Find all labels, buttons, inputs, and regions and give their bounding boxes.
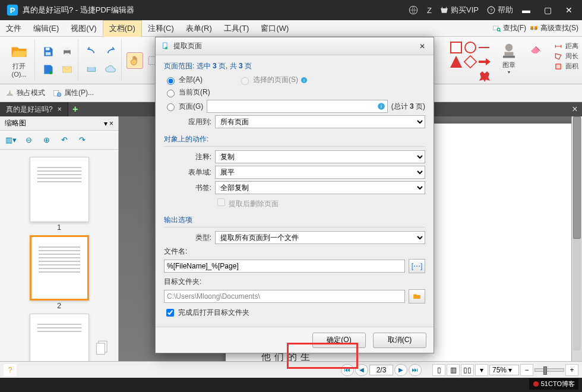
zoom-out-button[interactable]: − (520, 364, 533, 376)
print-button[interactable] (59, 43, 75, 60)
open-after-checkbox[interactable]: 完成后打开目标文件夹 (164, 307, 249, 318)
radio-current[interactable]: 当前页(R) (164, 87, 210, 97)
tab-close-icon[interactable]: × (58, 105, 62, 113)
app-logo-icon: P (6, 4, 19, 17)
cancel-button[interactable]: 取消(C) (373, 333, 426, 348)
zoom-out-icon[interactable]: ⊖ (21, 133, 36, 147)
radio-pages[interactable]: 页面(G) (164, 102, 203, 112)
menu-bar: 文件 编辑(E) 视图(V) 文档(D) 注释(C) 表单(R) 工具(T) 窗… (0, 20, 582, 37)
buy-vip-link[interactable]: 购买VIP (440, 5, 479, 15)
menu-form[interactable]: 表单(R) (180, 20, 218, 36)
find-button[interactable]: 查找(F) (491, 23, 526, 33)
filename-macro-button[interactable]: [⋯] (409, 259, 425, 273)
browse-folder-button[interactable] (409, 289, 425, 304)
radio-selected[interactable]: 选择的页面(S) i (238, 75, 308, 85)
menu-tool[interactable]: 工具(T) (218, 20, 255, 36)
thumbnail-panel-menu-icon[interactable]: ▾ × (104, 119, 113, 128)
menu-view[interactable]: 视图(V) (65, 20, 102, 36)
redo-button[interactable] (102, 43, 119, 60)
cloud-button[interactable] (102, 61, 119, 78)
measure-distance-button[interactable]: 距离 (553, 42, 578, 50)
actions-section-label: 对象上的动作: (164, 131, 425, 147)
document-title: 真的是好运吗? (23, 5, 73, 14)
total-pages-hint: (总计 3 页) (391, 102, 425, 112)
layout-single-icon[interactable]: ▯ (432, 364, 445, 376)
zoom-in-button[interactable]: + (565, 364, 578, 376)
bookmarks-select[interactable]: 全部复制 (215, 181, 425, 194)
watermark: 51CTO博客 (529, 378, 578, 390)
properties-button[interactable]: 属性(P)... (52, 88, 94, 98)
svg-rect-28 (163, 43, 167, 48)
svg-text:P: P (10, 6, 15, 15)
advanced-find-button[interactable]: 高级查找(S) (529, 23, 578, 33)
watermark-icon (533, 381, 539, 387)
save-as-button[interactable] (40, 61, 56, 78)
apply-to-select[interactable]: 所有页面 (215, 115, 425, 128)
rotate-right-icon[interactable]: ↷ (75, 133, 89, 147)
layout-continuous-icon[interactable]: ▥ (447, 364, 460, 376)
svg-line-7 (499, 30, 501, 31)
document-tab[interactable]: 真的是好运吗?× (0, 102, 68, 116)
hand-tool-button[interactable] (126, 52, 143, 69)
new-tab-button[interactable]: + (68, 102, 83, 116)
thumbnail-panel: 缩略图▾ × ▥▾ ⊖ ⊕ ↶ ↷ 1 2 3 (0, 116, 119, 361)
window-close-button[interactable]: ✕ (558, 0, 580, 20)
info-icon[interactable]: i (377, 102, 385, 110)
svg-rect-13 (46, 52, 50, 55)
options-icon[interactable]: ▥▾ (4, 133, 18, 147)
undo-button[interactable] (83, 43, 100, 60)
layout-dropdown-icon[interactable]: ▾ (475, 364, 488, 376)
dest-folder-label: 目标文件夹: (164, 277, 201, 286)
stamp-button[interactable]: 图章▾ (496, 42, 521, 75)
globe-icon[interactable] (408, 5, 419, 15)
save-button[interactable] (40, 43, 56, 60)
svg-point-21 (505, 44, 513, 52)
shape-palette[interactable] (450, 42, 491, 82)
layout-facing-icon[interactable]: ▯▯ (461, 364, 474, 376)
window-minimize-button[interactable]: ▬ (515, 0, 537, 20)
comments-select[interactable]: 复制 (215, 150, 425, 163)
dialog-close-button[interactable]: ✕ (416, 40, 429, 53)
zoom-in-icon[interactable]: ⊕ (39, 133, 53, 147)
menu-window[interactable]: 窗口(W) (255, 20, 295, 36)
window-maximize-button[interactable]: ▢ (537, 0, 558, 20)
user-initial[interactable]: Z (427, 6, 432, 15)
forms-select[interactable]: 展平 (215, 166, 425, 179)
thumbnail-toolbar: ▥▾ ⊖ ⊕ ↶ ↷ (0, 131, 118, 150)
help-link[interactable]: ?帮助 (487, 5, 513, 15)
eraser-icon[interactable] (527, 42, 544, 56)
vertical-scrollbar[interactable] (571, 116, 582, 361)
tab-strip-close-button[interactable]: × (568, 102, 582, 116)
menu-file[interactable]: 文件 (0, 20, 27, 36)
measure-perimeter-button[interactable]: 周长 (553, 52, 578, 61)
scan-button[interactable] (83, 61, 100, 78)
measure-area-button[interactable]: 面积 (553, 62, 578, 71)
filename-input[interactable] (164, 260, 405, 273)
nav-next-button[interactable]: ▶ (394, 364, 407, 376)
thumbnail-title: 缩略图 (5, 118, 26, 128)
nav-last-button[interactable]: ⏭ (409, 364, 422, 376)
email-button[interactable] (59, 61, 75, 78)
dest-folder-input[interactable] (164, 290, 405, 303)
svg-text:i: i (381, 104, 382, 109)
svg-rect-18 (87, 67, 95, 71)
ok-button-highlight (287, 343, 358, 369)
menu-edit[interactable]: 编辑(E) (27, 20, 65, 36)
open-button[interactable]: 打开(O)... (6, 43, 32, 78)
delete-after-checkbox[interactable]: 提取后删除页面 (215, 197, 279, 209)
thumbnail-page-2[interactable] (30, 235, 89, 301)
rotate-left-icon[interactable]: ↶ (57, 133, 71, 147)
thumbnail-page-1[interactable] (30, 157, 89, 222)
menu-document[interactable]: 文档(D) (103, 20, 142, 37)
radio-all[interactable]: 全部(A) (164, 75, 203, 85)
thumbnail-page-3[interactable] (30, 314, 89, 361)
svg-rect-23 (503, 56, 515, 58)
pages-input[interactable] (207, 100, 387, 113)
help-icon[interactable]: ? (4, 364, 17, 376)
svg-rect-22 (505, 52, 514, 56)
output-type-select[interactable]: 提取所有页面到一个文件 (215, 231, 425, 244)
exclusive-mode-button[interactable]: 独占模式 (5, 88, 45, 98)
menu-comment[interactable]: 注释(C) (142, 20, 180, 36)
zoom-select[interactable]: 75% ▾ (489, 365, 519, 375)
zoom-slider[interactable] (534, 368, 564, 372)
